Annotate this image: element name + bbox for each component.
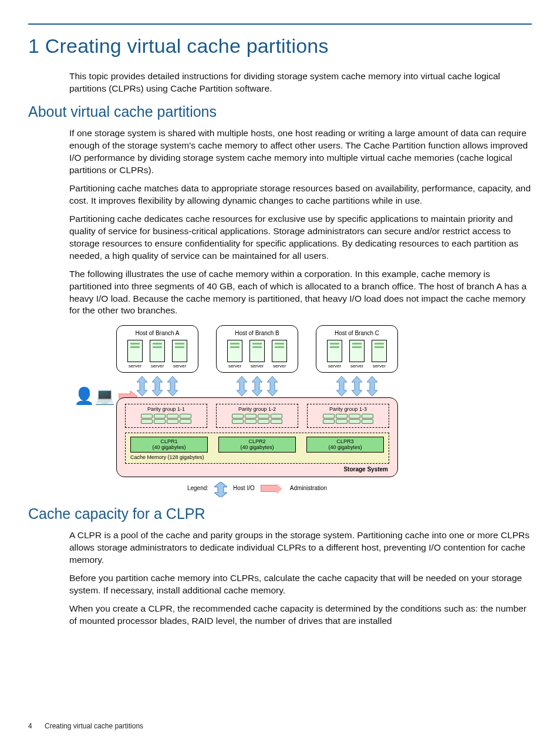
host-c-label: Host of Branch C	[321, 329, 393, 337]
top-rule	[28, 23, 532, 25]
about-p4: The following illustrates the use of cac…	[69, 268, 532, 318]
svg-marker-10	[214, 482, 227, 498]
server-label: server	[226, 363, 244, 370]
svg-marker-3	[167, 376, 178, 396]
host-a-label: Host of Branch A	[122, 329, 193, 337]
host-io-arrow-icon	[137, 376, 147, 396]
svg-marker-6	[267, 376, 278, 396]
chapter-number: 1	[28, 35, 39, 57]
section-capacity-heading: Cache capacity for a CLPR	[28, 504, 532, 524]
chapter-heading: 1 Creating virtual cache partitions	[28, 33, 532, 60]
server-icon	[172, 340, 187, 362]
legend-title: Legend:	[187, 484, 208, 492]
server-label: server	[126, 363, 144, 370]
cache-memory-label: Cache Memory (128 gigabytes)	[130, 454, 204, 461]
legend-administration-arrow-icon	[261, 485, 277, 492]
server-icon	[372, 340, 387, 362]
svg-marker-8	[352, 376, 362, 396]
capacity-p2: Before you partition cache memory into C…	[69, 572, 532, 597]
chapter-title: Creating virtual cache partitions	[45, 35, 329, 57]
host-branch-a: Host of Branch A server server server	[116, 325, 198, 372]
server-label: server	[370, 363, 388, 370]
legend-administration-label: Administration	[290, 484, 327, 492]
about-p1: If one storage system is shared with mul…	[69, 127, 532, 177]
cache-memory-box: CLPR1 (40 gigabytes) CLPR2 (40 gigabytes…	[125, 433, 389, 464]
server-icon	[249, 340, 265, 362]
legend-host-io-arrow-icon	[214, 482, 227, 495]
about-p2: Partitioning cache matches data to appro…	[69, 183, 532, 207]
svg-marker-2	[152, 376, 163, 396]
legend-host-io-label: Host I/O	[233, 484, 255, 492]
server-icon	[127, 340, 143, 362]
server-icon	[272, 340, 287, 362]
parity-group-1-2-label: Parity group 1-2	[220, 406, 294, 413]
server-icon	[349, 340, 365, 362]
clpr2: CLPR2 (40 gigabytes)	[218, 437, 296, 453]
host-io-arrow-icon	[267, 376, 278, 396]
host-io-arrow-icon	[252, 376, 262, 396]
about-p3: Partitioning cache dedicates cache resou…	[69, 213, 532, 262]
clpr1: CLPR1 (40 gigabytes)	[130, 437, 208, 453]
server-label: server	[326, 363, 343, 370]
clpr3-size: (40 gigabytes)	[307, 445, 383, 451]
host-io-arrow-icon	[167, 376, 178, 396]
server-label: server	[348, 363, 366, 370]
host-io-arrow-icon	[352, 376, 362, 396]
host-io-arrow-icon	[336, 376, 347, 396]
host-branch-b: Host of Branch B server server server	[216, 325, 298, 372]
section-about-heading: About virtual cache partitions	[28, 102, 532, 122]
clpr3: CLPR3 (40 gigabytes)	[306, 437, 384, 453]
storage-system-label: Storage System	[343, 465, 388, 474]
server-label: server	[171, 363, 188, 370]
server-label: server	[271, 363, 288, 370]
intro-paragraph: This topic provides detailed instruction…	[69, 70, 532, 95]
host-io-arrow-icon	[237, 376, 247, 396]
parity-group-1-3: Parity group 1-3	[307, 404, 389, 428]
svg-marker-5	[252, 376, 262, 396]
capacity-p1: A CLPR is a pool of the cache and parity…	[69, 529, 532, 566]
host-io-arrow-icon	[152, 376, 163, 396]
page-footer: 4 Creating virtual cache partitions	[28, 721, 143, 731]
parity-group-1-3-label: Parity group 1-3	[311, 406, 385, 413]
server-label: server	[149, 363, 166, 370]
host-b-label: Host of Branch B	[221, 329, 293, 337]
server-icon	[327, 340, 342, 362]
clpr-diagram: 👤💻 Host of Branch A server server server…	[116, 325, 398, 494]
diagram-legend: Legend: Host I/O Administration	[116, 482, 398, 495]
capacity-p3: When you create a CLPR, the recommended …	[69, 603, 532, 627]
parity-group-1-1-label: Parity group 1-1	[129, 406, 203, 413]
clpr1-size: (40 gigabytes)	[131, 445, 207, 451]
svg-marker-1	[137, 376, 147, 396]
svg-marker-9	[367, 376, 377, 396]
server-icon	[227, 340, 242, 362]
svg-marker-4	[237, 376, 247, 396]
host-branch-c: Host of Branch C server server server	[316, 325, 398, 372]
storage-system-box: Parity group 1-1 Parity group 1-2 Parity…	[116, 397, 398, 477]
svg-marker-7	[336, 376, 347, 396]
clpr2-size: (40 gigabytes)	[219, 445, 295, 451]
server-label: server	[248, 363, 266, 370]
server-icon	[150, 340, 165, 362]
parity-group-1-1: Parity group 1-1	[125, 404, 207, 428]
running-title: Creating virtual cache partitions	[45, 722, 143, 730]
parity-group-1-2: Parity group 1-2	[216, 404, 298, 428]
page-number: 4	[28, 722, 32, 730]
host-io-arrow-icon	[367, 376, 377, 396]
